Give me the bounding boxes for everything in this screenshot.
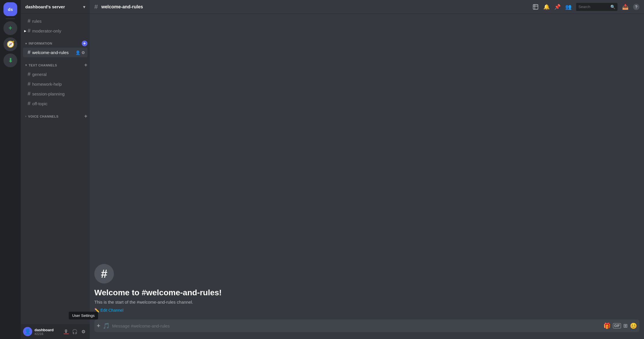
channel-name: homework-help bbox=[32, 82, 85, 87]
user-settings-button[interactable]: ⚙ User Settings bbox=[79, 327, 87, 336]
message-input-container: + 🎵 🎁 GIF ⊞ 😊 bbox=[94, 319, 639, 332]
inbox-icon[interactable]: 📥 bbox=[622, 4, 628, 10]
notification-bell-icon[interactable]: 🔔 bbox=[543, 4, 550, 10]
compass-icon: 🧭 bbox=[7, 41, 14, 48]
server-icon-ds[interactable]: ds bbox=[3, 2, 17, 16]
add-voice-channel-button[interactable]: + bbox=[84, 113, 87, 119]
channel-header-hash-icon: # bbox=[94, 3, 98, 11]
main-content: # welcome-and-rules 🔔 📌 👥 🔍 📥 ? # Welcom… bbox=[90, 0, 644, 339]
members-icon[interactable]: 👥 bbox=[565, 4, 572, 10]
edit-channel-link[interactable]: ✏️ Edit Channel bbox=[94, 308, 639, 313]
gif-button[interactable]: GIF bbox=[613, 323, 621, 328]
server-name: dashboard's server bbox=[25, 4, 65, 9]
channel-item-moderator-only[interactable]: ▶ # moderator-only bbox=[23, 26, 87, 36]
help-icon[interactable]: ? bbox=[633, 4, 639, 10]
search-bar[interactable]: 🔍 bbox=[576, 3, 618, 11]
welcome-description: This is the start of the #welcome-and-ru… bbox=[94, 300, 639, 304]
server-divider bbox=[6, 18, 15, 19]
category-text-channels[interactable]: ▾ TEXT CHANNELS + bbox=[21, 58, 90, 69]
download-apps-button[interactable]: ⬇ bbox=[3, 53, 17, 67]
server-header[interactable]: dashboard's server ▾ bbox=[21, 0, 90, 14]
channel-name: rules bbox=[32, 19, 85, 24]
welcome-section: # Welcome to #welcome-and-rules! This is… bbox=[90, 259, 644, 315]
add-server-button[interactable]: + bbox=[3, 21, 17, 35]
nitro-emoji-icon: 🎵 bbox=[103, 322, 110, 329]
deafen-button[interactable]: 🎧 bbox=[71, 327, 79, 336]
hash-icon: # bbox=[28, 18, 30, 24]
search-icon: 🔍 bbox=[610, 5, 615, 9]
settings-icon[interactable]: ⚙ bbox=[81, 50, 85, 55]
hash-icon: # bbox=[28, 101, 30, 107]
category-arrow-icon: › bbox=[25, 115, 26, 118]
message-input[interactable] bbox=[112, 323, 601, 328]
user-area: 👤 dashboard #2216 🎙 🎧 ⚙ User Settings bbox=[21, 324, 90, 339]
category-arrow-icon: ▾ bbox=[25, 42, 27, 45]
channel-sidebar: dashboard's server ▾ # rules ▶ # moderat… bbox=[21, 0, 90, 339]
category-information[interactable]: ▾ INFORMATION + bbox=[21, 36, 90, 47]
add-text-channel-button[interactable]: + bbox=[84, 62, 87, 68]
category-name: VOICE CHANNELS bbox=[28, 115, 58, 118]
headphones-icon: 🎧 bbox=[72, 329, 78, 334]
download-icon: ⬇ bbox=[8, 57, 13, 64]
input-right-icons: 🎁 GIF ⊞ 😊 bbox=[603, 322, 637, 329]
user-controls: 🎙 🎧 ⚙ User Settings bbox=[62, 327, 87, 336]
channel-item-general[interactable]: # general bbox=[23, 70, 87, 79]
welcome-title: Welcome to #welcome-and-rules! bbox=[94, 288, 639, 297]
hash-icon: # bbox=[28, 81, 30, 87]
channel-header: # welcome-and-rules 🔔 📌 👥 🔍 📥 ? bbox=[90, 0, 644, 14]
channel-name: welcome-and-rules bbox=[32, 50, 74, 55]
channel-item-off-topic[interactable]: # off-topic bbox=[23, 99, 87, 108]
hash-icon: # bbox=[28, 28, 30, 34]
channel-header-name: welcome-and-rules bbox=[101, 4, 143, 9]
pin-icon[interactable]: 📌 bbox=[554, 4, 561, 10]
chat-area: # Welcome to #welcome-and-rules! This is… bbox=[90, 14, 644, 319]
category-arrow-icon: ▾ bbox=[25, 64, 27, 67]
category-voice-channels[interactable]: › VOICE CHANNELS + bbox=[21, 109, 90, 120]
emoji-picker-icon[interactable]: 😊 bbox=[630, 322, 637, 329]
welcome-channel-icon: # bbox=[94, 264, 114, 284]
add-file-icon[interactable]: + bbox=[97, 322, 100, 330]
username: dashboard bbox=[35, 328, 60, 332]
edit-channel-label: Edit Channel bbox=[100, 308, 123, 313]
channel-name: off-topic bbox=[32, 101, 85, 106]
explore-servers-button[interactable]: 🧭 bbox=[3, 37, 17, 51]
category-name: INFORMATION bbox=[29, 42, 52, 45]
gift-icon[interactable]: 🎁 bbox=[603, 322, 611, 329]
hash-icon: # bbox=[28, 71, 30, 77]
message-input-area: + 🎵 🎁 GIF ⊞ 😊 bbox=[90, 319, 644, 339]
add-member-icon[interactable]: 👤 bbox=[75, 50, 80, 55]
channel-item-welcome-and-rules[interactable]: # welcome-and-rules 👤 ⚙ bbox=[23, 48, 87, 57]
user-info: dashboard #2216 bbox=[35, 328, 60, 336]
add-channel-information-button[interactable]: + bbox=[82, 41, 87, 46]
plus-icon: + bbox=[9, 24, 12, 32]
header-icons: 🔔 📌 👥 🔍 📥 ? bbox=[532, 3, 639, 11]
svg-rect-0 bbox=[533, 4, 538, 9]
threads-icon[interactable] bbox=[532, 4, 539, 10]
server-list: ds + 🧭 ⬇ bbox=[0, 0, 21, 339]
channel-name: general bbox=[32, 72, 85, 77]
channel-name: session-planning bbox=[32, 91, 85, 96]
hash-icon: # bbox=[28, 49, 30, 55]
user-discriminator: #2216 bbox=[35, 332, 60, 336]
avatar: 👤 bbox=[23, 327, 32, 336]
chevron-down-icon: ▾ bbox=[83, 5, 85, 9]
plus-icon: + bbox=[83, 41, 86, 46]
channel-name: moderator-only bbox=[32, 28, 85, 33]
channel-list: # rules ▶ # moderator-only ▾ INFORMATION… bbox=[21, 14, 90, 324]
category-name: TEXT CHANNELS bbox=[29, 64, 57, 67]
hash-icon: # bbox=[28, 91, 30, 97]
mute-button[interactable]: 🎙 bbox=[62, 327, 70, 336]
pencil-icon: ✏️ bbox=[94, 308, 99, 313]
channel-item-homework-help[interactable]: # homework-help bbox=[23, 79, 87, 89]
channel-item-session-planning[interactable]: # session-planning bbox=[23, 89, 87, 99]
apps-icon[interactable]: ⊞ bbox=[623, 323, 628, 329]
channel-item-rules[interactable]: # rules bbox=[23, 16, 87, 26]
settings-icon: ⚙ bbox=[81, 329, 85, 334]
search-input[interactable] bbox=[578, 5, 609, 9]
